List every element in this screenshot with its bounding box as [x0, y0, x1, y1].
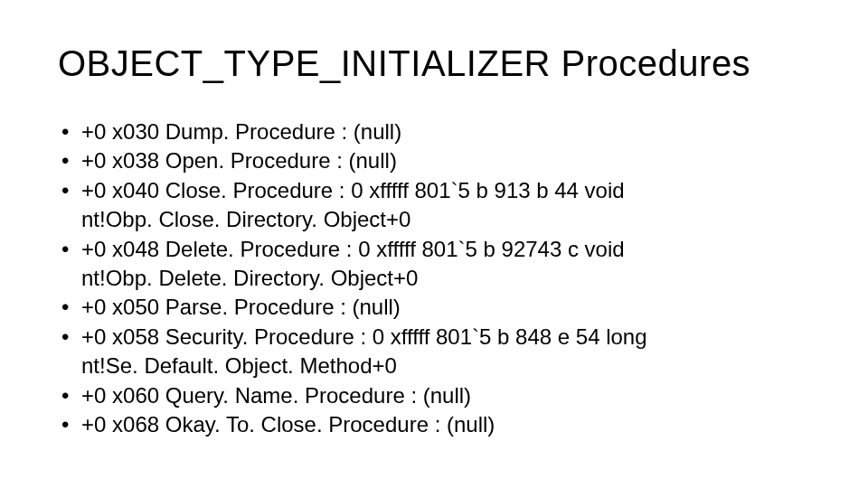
list-item: +0 x030 Dump. Procedure : (null) — [58, 117, 810, 146]
list-item: +0 x050 Parse. Procedure : (null) — [58, 293, 810, 322]
item-continuation: nt!Obp. Delete. Directory. Object+0 — [81, 264, 810, 293]
item-text: +0 x030 Dump. Procedure : (null) — [81, 119, 401, 144]
list-item: +0 x060 Query. Name. Procedure : (null) — [58, 381, 810, 410]
item-text: +0 x050 Parse. Procedure : (null) — [81, 295, 401, 319]
item-text: +0 x038 Open. Procedure : (null) — [81, 148, 397, 173]
bullet-list: +0 x030 Dump. Procedure : (null) +0 x038… — [58, 117, 810, 439]
list-item: +0 x058 Security. Procedure : 0 xfffff 8… — [58, 323, 810, 381]
item-text: +0 x058 Security. Procedure : 0 xfffff 8… — [81, 324, 647, 349]
item-text: +0 x048 Delete. Procedure : 0 xfffff 801… — [81, 237, 625, 261]
list-item: +0 x048 Delete. Procedure : 0 xfffff 801… — [58, 235, 810, 294]
item-text: +0 x068 Okay. To. Close. Procedure : (nu… — [81, 412, 495, 436]
item-continuation: nt!Obp. Close. Directory. Object+0 — [81, 205, 810, 234]
page-title: OBJECT_TYPE_INITIALIZER Procedures — [58, 43, 810, 83]
item-continuation: nt!Se. Default. Object. Method+0 — [81, 352, 810, 380]
item-text: +0 x040 Close. Procedure : 0 xfffff 801`… — [81, 178, 625, 202]
list-item: +0 x038 Open. Procedure : (null) — [58, 146, 810, 175]
list-item: +0 x068 Okay. To. Close. Procedure : (nu… — [58, 410, 810, 439]
item-text: +0 x060 Query. Name. Procedure : (null) — [81, 383, 471, 408]
slide: OBJECT_TYPE_INITIALIZER Procedures +0 x0… — [0, 0, 868, 488]
list-item: +0 x040 Close. Procedure : 0 xfffff 801`… — [58, 176, 810, 235]
